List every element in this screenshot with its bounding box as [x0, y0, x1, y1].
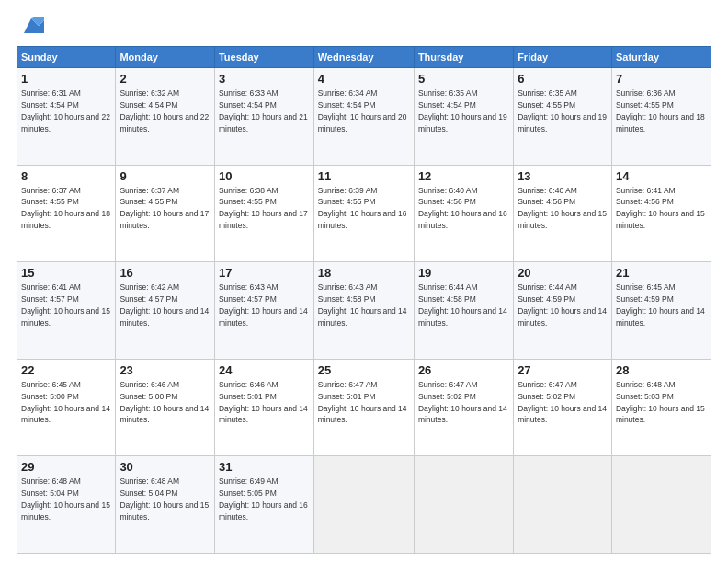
- day-number: 12: [418, 169, 509, 183]
- day-number: 7: [616, 72, 707, 86]
- day-info: Sunrise: 6:35 AMSunset: 4:55 PMDaylight:…: [518, 88, 607, 133]
- calendar-header-row: SundayMondayTuesdayWednesdayThursdayFrid…: [17, 47, 711, 68]
- day-info: Sunrise: 6:39 AMSunset: 4:55 PMDaylight:…: [318, 186, 407, 231]
- day-info: Sunrise: 6:47 AMSunset: 5:02 PMDaylight:…: [518, 380, 607, 425]
- logo: [17, 17, 44, 39]
- day-number: 5: [418, 72, 509, 86]
- calendar-week-3: 15Sunrise: 6:41 AMSunset: 4:57 PMDayligh…: [17, 262, 711, 360]
- calendar-week-5: 29Sunrise: 6:48 AMSunset: 5:04 PMDayligh…: [17, 456, 711, 554]
- day-info: Sunrise: 6:38 AMSunset: 4:55 PMDaylight:…: [219, 186, 308, 231]
- day-info: Sunrise: 6:49 AMSunset: 5:05 PMDaylight:…: [219, 477, 308, 522]
- day-number: 16: [119, 266, 210, 280]
- day-info: Sunrise: 6:44 AMSunset: 4:59 PMDaylight:…: [518, 282, 607, 327]
- day-number: 1: [21, 72, 111, 86]
- calendar-cell: 25Sunrise: 6:47 AMSunset: 5:01 PMDayligh…: [313, 359, 414, 456]
- calendar-week-2: 8Sunrise: 6:37 AMSunset: 4:55 PMDaylight…: [17, 165, 711, 262]
- day-info: Sunrise: 6:46 AMSunset: 5:00 PMDaylight:…: [119, 380, 209, 425]
- day-info: Sunrise: 6:45 AMSunset: 5:00 PMDaylight:…: [21, 380, 110, 425]
- calendar-cell: 22Sunrise: 6:45 AMSunset: 5:00 PMDayligh…: [17, 359, 116, 456]
- calendar-cell: [414, 456, 513, 554]
- day-number: 31: [219, 460, 310, 474]
- calendar-cell: 7Sunrise: 6:36 AMSunset: 4:55 PMDaylight…: [611, 68, 711, 166]
- day-info: Sunrise: 6:35 AMSunset: 4:54 PMDaylight:…: [418, 88, 507, 133]
- day-number: 27: [518, 363, 608, 377]
- calendar-cell: 10Sunrise: 6:38 AMSunset: 4:55 PMDayligh…: [214, 165, 313, 262]
- day-info: Sunrise: 6:47 AMSunset: 5:01 PMDaylight:…: [318, 380, 407, 425]
- day-number: 25: [318, 363, 410, 377]
- page: SundayMondayTuesdayWednesdayThursdayFrid…: [0, 0, 728, 563]
- calendar-cell: 19Sunrise: 6:44 AMSunset: 4:58 PMDayligh…: [414, 262, 513, 360]
- calendar-cell: 4Sunrise: 6:34 AMSunset: 4:54 PMDaylight…: [313, 68, 414, 166]
- calendar-cell: 1Sunrise: 6:31 AMSunset: 4:54 PMDaylight…: [17, 68, 116, 166]
- calendar-header-thursday: Thursday: [414, 47, 513, 68]
- day-number: 21: [616, 266, 707, 280]
- calendar-cell: 21Sunrise: 6:45 AMSunset: 4:59 PMDayligh…: [611, 262, 711, 360]
- day-info: Sunrise: 6:44 AMSunset: 4:58 PMDaylight:…: [418, 282, 507, 327]
- day-info: Sunrise: 6:48 AMSunset: 5:04 PMDaylight:…: [119, 477, 209, 522]
- day-number: 18: [318, 266, 410, 280]
- day-info: Sunrise: 6:42 AMSunset: 4:57 PMDaylight:…: [119, 282, 209, 327]
- calendar-cell: 5Sunrise: 6:35 AMSunset: 4:54 PMDaylight…: [414, 68, 513, 166]
- day-info: Sunrise: 6:36 AMSunset: 4:55 PMDaylight:…: [616, 88, 705, 133]
- calendar-cell: 2Sunrise: 6:32 AMSunset: 4:54 PMDaylight…: [116, 68, 215, 166]
- day-info: Sunrise: 6:37 AMSunset: 4:55 PMDaylight:…: [21, 186, 110, 231]
- day-info: Sunrise: 6:31 AMSunset: 4:54 PMDaylight:…: [21, 88, 110, 133]
- calendar-week-1: 1Sunrise: 6:31 AMSunset: 4:54 PMDaylight…: [17, 68, 711, 166]
- day-number: 28: [616, 363, 707, 377]
- day-info: Sunrise: 6:43 AMSunset: 4:57 PMDaylight:…: [219, 282, 308, 327]
- day-info: Sunrise: 6:48 AMSunset: 5:04 PMDaylight:…: [21, 477, 110, 522]
- calendar-header-tuesday: Tuesday: [214, 47, 313, 68]
- day-number: 2: [119, 72, 210, 86]
- calendar-cell: 20Sunrise: 6:44 AMSunset: 4:59 PMDayligh…: [514, 262, 612, 360]
- day-info: Sunrise: 6:33 AMSunset: 4:54 PMDaylight:…: [219, 88, 308, 133]
- calendar-cell: 6Sunrise: 6:35 AMSunset: 4:55 PMDaylight…: [514, 68, 612, 166]
- calendar-cell: 18Sunrise: 6:43 AMSunset: 4:58 PMDayligh…: [313, 262, 414, 360]
- day-info: Sunrise: 6:41 AMSunset: 4:56 PMDaylight:…: [616, 186, 705, 231]
- calendar-cell: [313, 456, 414, 554]
- day-info: Sunrise: 6:37 AMSunset: 4:55 PMDaylight:…: [119, 186, 209, 231]
- calendar-cell: 31Sunrise: 6:49 AMSunset: 5:05 PMDayligh…: [214, 456, 313, 554]
- calendar-cell: 3Sunrise: 6:33 AMSunset: 4:54 PMDaylight…: [214, 68, 313, 166]
- day-number: 13: [518, 169, 608, 183]
- calendar-cell: 14Sunrise: 6:41 AMSunset: 4:56 PMDayligh…: [611, 165, 711, 262]
- day-number: 3: [219, 72, 310, 86]
- day-info: Sunrise: 6:43 AMSunset: 4:58 PMDaylight:…: [318, 282, 407, 327]
- day-number: 11: [318, 169, 410, 183]
- calendar-header-sunday: Sunday: [17, 47, 116, 68]
- calendar-header-wednesday: Wednesday: [313, 47, 414, 68]
- day-number: 20: [518, 266, 608, 280]
- day-number: 23: [119, 363, 210, 377]
- day-info: Sunrise: 6:45 AMSunset: 4:59 PMDaylight:…: [616, 282, 705, 327]
- day-number: 19: [418, 266, 509, 280]
- day-number: 10: [219, 169, 310, 183]
- day-number: 8: [21, 169, 111, 183]
- calendar-week-4: 22Sunrise: 6:45 AMSunset: 5:00 PMDayligh…: [17, 359, 711, 456]
- day-number: 26: [418, 363, 509, 377]
- calendar-cell: 8Sunrise: 6:37 AMSunset: 4:55 PMDaylight…: [17, 165, 116, 262]
- day-info: Sunrise: 6:41 AMSunset: 4:57 PMDaylight:…: [21, 282, 110, 327]
- calendar-cell: 29Sunrise: 6:48 AMSunset: 5:04 PMDayligh…: [17, 456, 116, 554]
- calendar-cell: 27Sunrise: 6:47 AMSunset: 5:02 PMDayligh…: [514, 359, 612, 456]
- calendar-cell: 23Sunrise: 6:46 AMSunset: 5:00 PMDayligh…: [116, 359, 215, 456]
- calendar-cell: 30Sunrise: 6:48 AMSunset: 5:04 PMDayligh…: [116, 456, 215, 554]
- calendar-cell: 17Sunrise: 6:43 AMSunset: 4:57 PMDayligh…: [214, 262, 313, 360]
- day-number: 30: [119, 460, 210, 474]
- logo-icon: [18, 13, 44, 39]
- day-number: 24: [219, 363, 310, 377]
- day-number: 9: [119, 169, 210, 183]
- day-info: Sunrise: 6:40 AMSunset: 4:56 PMDaylight:…: [418, 186, 507, 231]
- calendar-cell: 12Sunrise: 6:40 AMSunset: 4:56 PMDayligh…: [414, 165, 513, 262]
- day-number: 6: [518, 72, 608, 86]
- calendar-header-saturday: Saturday: [611, 47, 711, 68]
- calendar-cell: 16Sunrise: 6:42 AMSunset: 4:57 PMDayligh…: [116, 262, 215, 360]
- day-number: 15: [21, 266, 111, 280]
- day-number: 14: [616, 169, 707, 183]
- calendar-cell: [611, 456, 711, 554]
- calendar-cell: 15Sunrise: 6:41 AMSunset: 4:57 PMDayligh…: [17, 262, 116, 360]
- calendar-cell: 13Sunrise: 6:40 AMSunset: 4:56 PMDayligh…: [514, 165, 612, 262]
- day-number: 4: [318, 72, 410, 86]
- day-info: Sunrise: 6:46 AMSunset: 5:01 PMDaylight:…: [219, 380, 308, 425]
- calendar-cell: 11Sunrise: 6:39 AMSunset: 4:55 PMDayligh…: [313, 165, 414, 262]
- calendar-header-monday: Monday: [116, 47, 215, 68]
- day-number: 22: [21, 363, 111, 377]
